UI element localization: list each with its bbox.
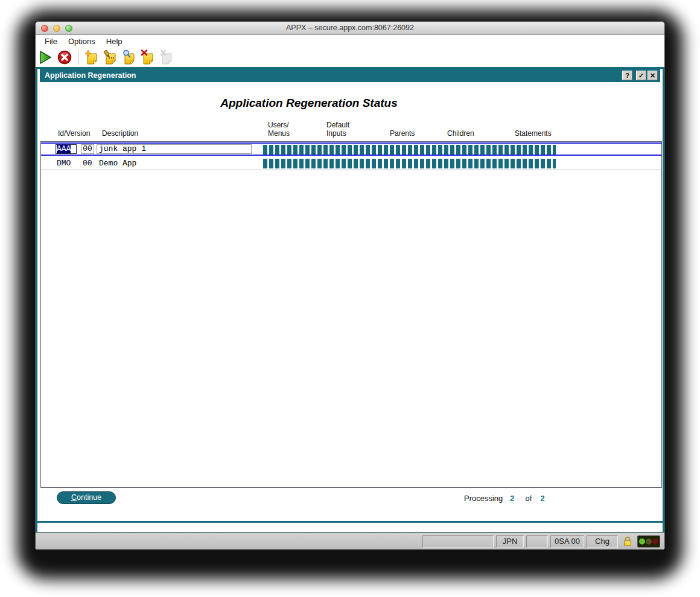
edit-record-icon[interactable] — [103, 49, 118, 65]
processing-total: 2 — [540, 494, 544, 503]
column-header-children: Children — [447, 129, 474, 138]
traffic-lights — [41, 25, 72, 32]
table-row[interactable]: DMO 00 Demo App — [41, 157, 661, 170]
archive-icon — [159, 49, 174, 65]
message-line — [37, 523, 663, 532]
menu-options[interactable]: Options — [63, 37, 101, 46]
continue-button[interactable]: Continue — [57, 491, 116, 504]
close-window-button[interactable] — [41, 25, 48, 32]
minimize-window-button[interactable] — [53, 25, 60, 32]
status-bar: JPN 0SA 00 Chg — [36, 532, 664, 549]
column-header-users-menus: Users/ Menus — [268, 121, 290, 138]
processing-status: Processing 2 of 2 — [464, 494, 545, 503]
panel-close-button[interactable]: ✕ — [648, 71, 658, 80]
processing-label: Processing — [464, 494, 503, 503]
version-field[interactable]: 00 — [81, 144, 94, 154]
toolbar-separator — [78, 49, 78, 65]
column-header-id-version: Id/Version — [58, 129, 90, 138]
column-header-default-inputs: Default Inputs — [326, 121, 349, 138]
regeneration-progress-bar — [263, 159, 556, 168]
zoom-window-button[interactable] — [65, 25, 72, 32]
column-header-parents: Parents — [390, 129, 415, 138]
page-title: Application Regeneration Status — [37, 97, 581, 110]
titlebar: APPX – secure.appx.com:8067:26092 — [36, 22, 664, 35]
help-button[interactable]: ? — [622, 71, 632, 80]
lock-icon — [623, 535, 634, 548]
status-cell-empty — [526, 535, 548, 548]
version-value: 00 — [83, 157, 92, 170]
menu-file[interactable]: File — [39, 37, 63, 46]
panel-content: Application Regeneration Status Id/Versi… — [37, 82, 663, 521]
id-field[interactable]: AAA — [56, 144, 77, 154]
status-mode: Chg — [587, 535, 618, 548]
led-green — [639, 538, 645, 544]
appx-window: APPX – secure.appx.com:8067:26092 File O… — [35, 21, 665, 550]
connection-lights-icon — [637, 535, 660, 548]
processing-current: 2 — [510, 494, 514, 503]
toolbar — [36, 47, 664, 67]
cancel-icon[interactable] — [57, 49, 72, 65]
description-field[interactable]: junk app 1 — [97, 144, 252, 154]
status-cell-empty-wide — [422, 535, 494, 548]
new-record-icon[interactable] — [84, 49, 100, 65]
panel-title: Application Regeneration — [45, 71, 136, 80]
column-header-description: Description — [102, 129, 138, 138]
status-screen-code: 0SA 00 — [550, 535, 584, 548]
regeneration-progress-bar — [263, 145, 556, 155]
menu-help[interactable]: Help — [101, 37, 128, 46]
description-value: Demo App — [99, 157, 136, 170]
delete-record-icon[interactable] — [140, 49, 156, 65]
view-record-icon[interactable] — [121, 49, 137, 65]
panel-window-buttons: ? ✓ ✕ — [622, 71, 658, 80]
run-icon[interactable] — [38, 49, 54, 65]
menubar: File Options Help — [36, 35, 664, 47]
panel-titlebar: Application Regeneration ? ✓ ✕ — [40, 69, 660, 82]
led-dim — [646, 538, 652, 544]
ok-button[interactable]: ✓ — [636, 71, 646, 80]
processing-of-label: of — [526, 494, 532, 503]
led-red — [652, 538, 658, 544]
application-list: AAA 00 junk app 1 DMO 00 Demo App — [40, 141, 662, 488]
window-title: APPX – secure.appx.com:8067:26092 — [36, 22, 664, 34]
column-header-statements: Statements — [515, 129, 552, 138]
id-value: DMO — [57, 157, 71, 170]
status-language: JPN — [496, 535, 524, 548]
table-row-selected[interactable]: AAA 00 junk app 1 — [41, 142, 661, 156]
application-regeneration-panel: Application Regeneration ? ✓ ✕ Applicati… — [36, 67, 664, 534]
